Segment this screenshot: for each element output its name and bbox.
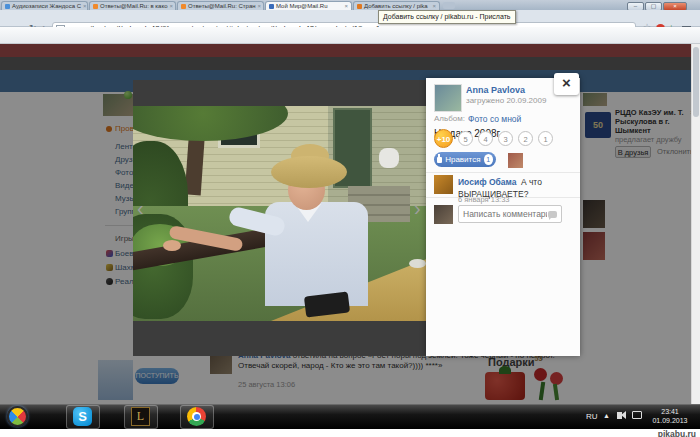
- language-indicator[interactable]: RU: [586, 412, 598, 421]
- owner-avatar[interactable]: [434, 84, 462, 112]
- bottom-strip: [0, 429, 700, 437]
- tab-close-icon[interactable]: ×: [83, 3, 87, 9]
- photo-image[interactable]: [133, 106, 426, 321]
- like-count: 1: [484, 154, 494, 165]
- new-tab-button[interactable]: [443, 2, 455, 9]
- league-of-legends-icon: L: [131, 407, 150, 426]
- skype-icon: S: [73, 407, 92, 426]
- taskbar-clock[interactable]: 23:41 01.09.2013: [645, 407, 695, 425]
- tab-title: Ответы@Mail.Ru: в како: [100, 3, 167, 9]
- tab-favicon: [5, 4, 10, 9]
- panel-divider-1: [426, 172, 580, 173]
- photo-hat-brim: [271, 156, 347, 188]
- comment-timestamp: 6 января 13:33: [458, 195, 510, 204]
- commenter-avatar[interactable]: [434, 175, 453, 194]
- network-icon[interactable]: [632, 411, 642, 419]
- comment-input[interactable]: [458, 205, 562, 223]
- tab-favicon: [93, 4, 98, 9]
- tab-title: Добавить ссылку / pika: [364, 3, 428, 9]
- tab-close-icon[interactable]: ×: [169, 3, 173, 9]
- rating-4-button[interactable]: 4: [478, 131, 493, 146]
- browser-tab-1[interactable]: Аудиозаписи Жандоса С ×: [1, 1, 88, 10]
- rating-1-button[interactable]: 1: [538, 131, 553, 146]
- rating-plus10-button[interactable]: +10: [434, 129, 453, 148]
- tab-close-icon[interactable]: ×: [432, 3, 436, 9]
- photo-viewer-stage: ‹ ›: [133, 80, 426, 356]
- photo-prev-arrow[interactable]: ‹: [137, 198, 144, 218]
- tab-close-icon[interactable]: ×: [344, 3, 348, 9]
- rating-3-button[interactable]: 3: [498, 131, 513, 146]
- commenter-name-link[interactable]: Иосиф Обама: [458, 177, 516, 187]
- clock-date: 01.09.2013: [645, 416, 695, 425]
- tab-tooltip: Добавить ссылку / pikabu.ru - Прислать: [378, 10, 516, 24]
- album-link[interactable]: Фото со мной: [468, 114, 521, 124]
- taskbar-chrome-button[interactable]: [180, 405, 214, 429]
- rating-5-button[interactable]: 5: [458, 131, 473, 146]
- browser-tab-2[interactable]: Ответы@Mail.Ru: в како ×: [89, 1, 176, 10]
- pikabu-watermark: pikabu.ru: [658, 429, 696, 437]
- chrome-icon: [187, 407, 206, 426]
- tab-close-icon[interactable]: ×: [258, 3, 262, 9]
- like-button[interactable]: Нравится 1: [434, 152, 496, 167]
- photo-viewer-close-button[interactable]: ×: [554, 73, 579, 95]
- tab-title: Мой Мир@Mail.Ru: [276, 3, 328, 9]
- browser-tab-5[interactable]: Добавить ссылку / pika ×: [353, 1, 440, 10]
- browser-tab-4-active[interactable]: Мой Мир@Mail.Ru ×: [265, 1, 352, 10]
- album-label: Альбом:: [434, 114, 465, 123]
- photo-hand: [163, 240, 181, 251]
- taskbar-lol-button[interactable]: L: [124, 405, 158, 429]
- browser-tab-3[interactable]: Ответы@Mail.Ru: Стран ×: [177, 1, 264, 10]
- photo-white-bag: [379, 148, 399, 168]
- tab-favicon: [181, 4, 186, 9]
- scrollbar-thumb[interactable]: [693, 47, 699, 117]
- speech-bubble-icon: [548, 211, 557, 218]
- liker-avatar[interactable]: [508, 153, 523, 168]
- taskbar-skype-button[interactable]: S: [66, 405, 100, 429]
- tray-expand-icon[interactable]: ▲: [603, 412, 610, 419]
- tab-title: Ответы@Mail.Ru: Стран: [188, 3, 256, 9]
- address-bar: ← → ↻ ⌂ my.mail.ru/mail/orlenok.43/?from…: [0, 10, 700, 27]
- clock-time: 23:41: [645, 407, 695, 416]
- photo-next-arrow[interactable]: ›: [414, 198, 421, 218]
- rating-2-button[interactable]: 2: [518, 131, 533, 146]
- page-scrollbar[interactable]: [691, 44, 700, 404]
- owner-name-link[interactable]: Anna Pavlova: [466, 85, 525, 95]
- extension-toolbar: Поиск f ▸ Слушать музыку ▾ a ebay YouTub…: [0, 27, 700, 44]
- start-button[interactable]: [7, 406, 28, 427]
- like-label: Нравится: [445, 155, 480, 164]
- upload-date: загружено 20.09.2009: [466, 96, 546, 105]
- my-avatar[interactable]: [434, 205, 453, 224]
- browser-tab-strip: Аудиозаписи Жандоса С × Ответы@Mail.Ru: …: [0, 0, 700, 10]
- tab-title: Аудиозаписи Жандоса С: [12, 3, 81, 9]
- speaker-icon[interactable]: [617, 412, 622, 419]
- screenshot-root: Аудиозаписи Жандоса С × Ответы@Mail.Ru: …: [0, 0, 700, 437]
- tab-favicon: [357, 4, 362, 9]
- thumb-up-icon: [437, 157, 442, 163]
- tab-favicon: [269, 4, 274, 9]
- photo-cup: [409, 259, 426, 268]
